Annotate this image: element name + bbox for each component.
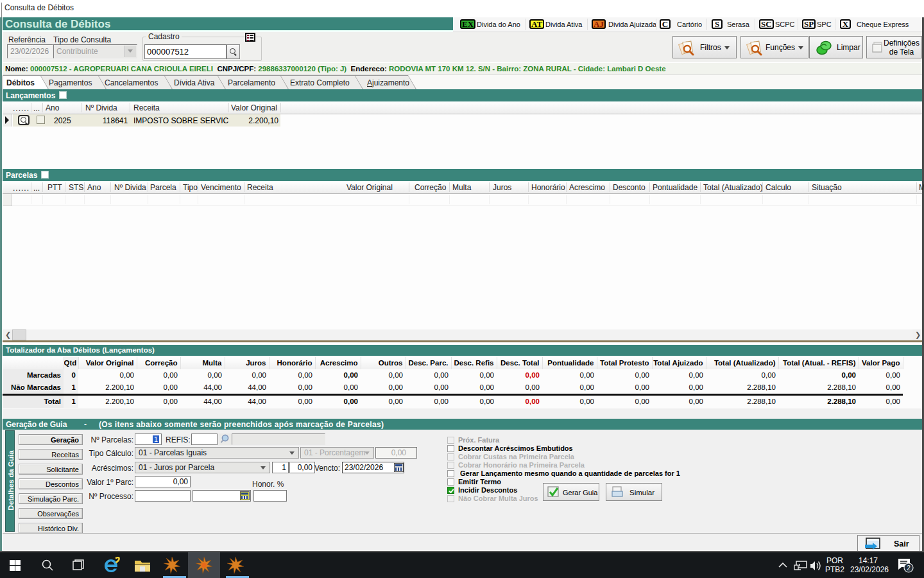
svg-text:2: 2 bbox=[907, 565, 911, 572]
